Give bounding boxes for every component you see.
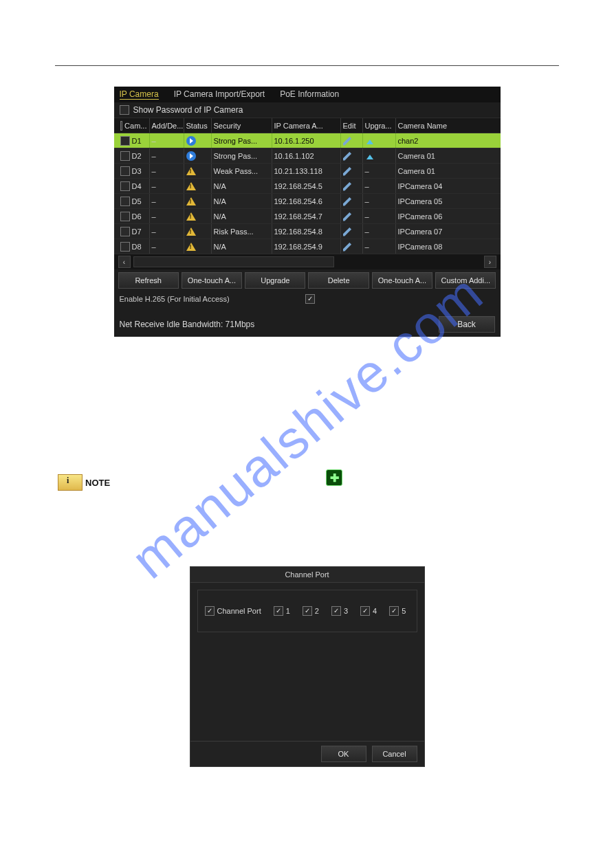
cell-camera: D8	[132, 243, 142, 251]
cell-security: Strong Pas...	[212, 148, 272, 163]
channel-port-options-row: Channel Port 1 2 3 4 5	[197, 590, 417, 632]
warning-icon	[186, 227, 196, 236]
row-checkbox[interactable]	[120, 151, 130, 161]
table-row[interactable]: D3–Weak Pass...10.21.133.118–Camera 01	[114, 164, 501, 179]
scroll-right-icon[interactable]: ›	[484, 256, 496, 268]
play-icon	[186, 151, 196, 161]
table-row[interactable]: D5–N/A192.168.254.6–IPCamera 05	[114, 194, 501, 209]
row-checkbox[interactable]	[120, 136, 130, 146]
channel-port-3-checkbox[interactable]	[331, 606, 341, 616]
cell-adddel: –	[152, 197, 156, 205]
channel-port-master-checkbox[interactable]	[205, 606, 215, 616]
table-row[interactable]: D4–N/A192.168.254.5–IPCamera 04	[114, 179, 501, 194]
edit-icon[interactable]	[343, 242, 353, 252]
ok-button[interactable]: OK	[321, 746, 366, 762]
show-password-label: Show Password of IP Camera	[133, 105, 243, 115]
cell-adddel: –	[152, 182, 156, 190]
back-button[interactable]: Back	[439, 316, 495, 333]
note-icon	[58, 474, 83, 491]
col-camera: Cam...	[124, 122, 146, 130]
edit-icon[interactable]	[343, 166, 353, 176]
cell-camera-name: IPCamera 04	[396, 179, 496, 193]
col-adddel: Add/De...	[150, 118, 184, 133]
row-checkbox[interactable]	[120, 166, 130, 176]
cell-upgrade: –	[365, 182, 369, 190]
tab-bar: IP Camera IP Camera Import/Export PoE In…	[114, 87, 501, 102]
cell-camera-name: Camera 01	[396, 148, 496, 163]
col-ip: IP Camera A...	[272, 118, 341, 133]
cell-adddel: –	[152, 212, 156, 221]
one-touch-activate-button[interactable]: One-touch A...	[372, 272, 432, 289]
upgrade-button[interactable]: Upgrade	[245, 272, 305, 289]
row-checkbox[interactable]	[120, 227, 130, 236]
table-row[interactable]: D2–Strong Pas...10.16.1.102Camera 01	[114, 148, 501, 164]
cell-adddel: –	[152, 137, 156, 145]
cancel-button[interactable]: Cancel	[372, 746, 417, 762]
bandwidth-text: Net Receive Idle Bandwidth: 71Mbps	[120, 320, 255, 329]
one-touch-adding-button[interactable]: One-touch A...	[182, 272, 242, 289]
dialog-title: Channel Port	[190, 567, 424, 583]
row-checkbox[interactable]	[120, 197, 130, 206]
cell-ip: 10.16.1.250	[272, 133, 341, 148]
cell-upgrade: –	[365, 197, 369, 205]
cell-security: N/A	[212, 239, 272, 254]
row-checkbox[interactable]	[120, 212, 130, 221]
cell-camera-name: IPCamera 05	[396, 194, 496, 208]
edit-icon[interactable]	[343, 136, 353, 146]
cell-upgrade: –	[365, 227, 369, 236]
h-scrollbar[interactable]: ‹ ›	[114, 254, 501, 269]
tab-ip-camera[interactable]: IP Camera	[120, 89, 159, 100]
channel-port-5-checkbox[interactable]	[389, 606, 399, 616]
scroll-left-icon[interactable]: ‹	[118, 256, 131, 268]
cell-ip: 192.168.254.7	[272, 209, 341, 223]
edit-icon[interactable]	[343, 181, 353, 191]
refresh-button[interactable]: Refresh	[118, 272, 179, 289]
tab-poe-info[interactable]: PoE Information	[280, 89, 339, 100]
table-body: D1–Strong Pas...10.16.1.250chan2D2–Stron…	[114, 133, 501, 254]
note-label: NOTE	[85, 478, 110, 488]
cell-camera: D1	[132, 137, 142, 145]
warning-icon	[186, 197, 196, 205]
row-checkbox[interactable]	[120, 181, 130, 191]
cell-adddel: –	[152, 167, 156, 175]
edit-icon[interactable]	[343, 151, 353, 161]
channel-port-4-checkbox[interactable]	[360, 606, 370, 616]
cell-ip: 10.21.133.118	[272, 164, 341, 178]
upgrade-icon[interactable]	[365, 151, 375, 161]
table-row[interactable]: D1–Strong Pas...10.16.1.250chan2	[114, 133, 501, 148]
channel-port-1-checkbox[interactable]	[274, 606, 283, 616]
cell-camera: D5	[132, 197, 142, 205]
upgrade-icon[interactable]	[365, 136, 375, 146]
enable-h265-label: Enable H.265 (For Initial Access)	[120, 295, 305, 303]
row-checkbox[interactable]	[120, 242, 130, 252]
play-icon	[186, 136, 196, 146]
col-upgrade: Upgra...	[363, 118, 396, 133]
action-button-row: Refresh One-touch A... Upgrade Delete On…	[114, 269, 501, 291]
show-password-row: Show Password of IP Camera	[114, 102, 501, 118]
table-row[interactable]: D7–Risk Pass...192.168.254.8–IPCamera 07	[114, 224, 501, 239]
delete-button[interactable]: Delete	[308, 272, 369, 289]
custom-adding-button[interactable]: Custom Addi...	[435, 272, 496, 289]
tab-import-export[interactable]: IP Camera Import/Export	[174, 89, 265, 100]
dialog-footer: OK Cancel	[190, 741, 424, 766]
col-name: Camera Name	[396, 118, 496, 133]
header-checkbox[interactable]	[120, 121, 123, 131]
channel-port-2-checkbox[interactable]	[303, 606, 312, 616]
enable-h265-checkbox[interactable]	[305, 294, 315, 304]
edit-icon[interactable]	[343, 227, 353, 236]
cell-security: N/A	[212, 209, 272, 223]
cell-camera-name: chan2	[396, 133, 496, 148]
table-row[interactable]: D6–N/A192.168.254.7–IPCamera 06	[114, 209, 501, 224]
edit-icon[interactable]	[343, 197, 353, 206]
cell-ip: 10.16.1.102	[272, 148, 341, 163]
show-password-checkbox[interactable]	[120, 105, 129, 115]
cell-ip: 192.168.254.9	[272, 239, 341, 254]
add-icon: ✚	[326, 469, 342, 486]
divider	[55, 65, 559, 66]
table-row[interactable]: D8–N/A192.168.254.9–IPCamera 08	[114, 239, 501, 254]
cell-camera-name: Camera 01	[396, 164, 496, 178]
scroll-track[interactable]	[133, 256, 334, 267]
cell-security: Weak Pass...	[212, 164, 272, 178]
cell-security: Strong Pas...	[212, 133, 272, 148]
edit-icon[interactable]	[343, 212, 353, 221]
